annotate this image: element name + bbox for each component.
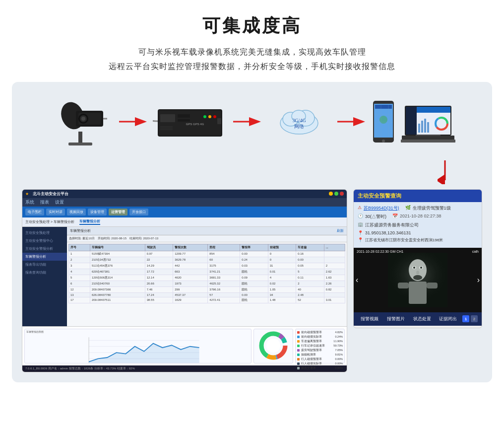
refresh-btn[interactable]: 刷新 [337, 228, 344, 233]
dvr-device: GPS GPS 4G [153, 99, 227, 144]
svg-rect-49 [418, 124, 420, 133]
nav-ops-mgmt[interactable]: 运营管理 [109, 209, 127, 215]
table-row[interactable]: 3 511论454恩376 14.29 442 3175 0.03 31 0.0… [69, 263, 345, 269]
menu-settings[interactable]: 设置 [55, 199, 64, 206]
col-mileage: 里程 [208, 244, 240, 251]
donut-chart [253, 329, 293, 363]
alert-vehicle-id[interactable]: 苏B99954D(31号) [364, 205, 399, 212]
camera-channel: cath [472, 250, 479, 253]
nav-intercom[interactable]: 实时对讲 [46, 209, 65, 215]
col-more: ... [324, 244, 345, 251]
menu-report[interactable]: 报表 [40, 199, 49, 206]
table-row[interactable]: 6 210论540760 20.66 1973 4625.32 圆轮 0.02 … [69, 281, 345, 287]
sidebar-alert-preprocess[interactable]: 主动安全预处理 [22, 229, 67, 237]
nav-video-replay[interactable]: 视频回放 [67, 209, 86, 215]
legend-ped-actual: 行人碰撞实际率 0.00% [297, 362, 343, 365]
svg-point-17 [208, 115, 211, 118]
table-row[interactable]: 5 129论506恩314 12.14 4620 3691.33 0.09 4 … [69, 275, 345, 281]
line-chart-title: 车辆警报趋势图 [25, 329, 251, 334]
nav-device-mgmt[interactable]: 设备管理 [88, 209, 107, 215]
arrow-down-icon [438, 159, 452, 184]
legend-dot-ped-actual [297, 362, 300, 365]
dash-nav-bar: 电子围栏 实时对讲 视频回放 设备管理 运营管理 开放接口 [22, 207, 347, 217]
legend-fcw: 前向碰撞预警率 4.82% [297, 331, 343, 334]
table-row[interactable]: 4 629论467381 17.72 663 3741.21 圆轮 0.01 5 [69, 269, 345, 275]
dvr-icon: GPS GPS 4G [153, 99, 227, 144]
legend-label-fcw-actual: 前向碰撞实际率 [301, 335, 322, 339]
nav-electronic-fence[interactable]: 电子围栏 [25, 209, 44, 215]
svg-rect-47 [417, 107, 450, 113]
svg-text:网络: 网络 [294, 124, 304, 129]
legend-ldw: 车道偏离预警率 11.90% [297, 340, 343, 343]
table-row[interactable]: 1 5155赋47394 0.97 1209.77 854 0.00 0 0.1… [69, 251, 345, 257]
svg-rect-58 [401, 140, 455, 143]
alert-time-row: 🕐 30(△警时) 📅 2021-10-28 02:27:38 [358, 214, 478, 220]
dash-menu-bar: 系统 报表 设置 [22, 198, 347, 207]
dash-alert-table: 序号 车辆编号 驾驶员 警报次数 里程 警报率 前碰预 车道偏 ... [68, 244, 345, 303]
table-row[interactable]: 17 209.08407511 38.55 1629 4272.41 圆轮 1.… [69, 297, 345, 303]
legend-speed: 行车记录仪超速率 59.73% [297, 344, 343, 348]
table-row[interactable]: 2 210论34恩732 22 3629.78 60 0.24 0 0.00 [69, 257, 345, 263]
legend-dot-ped [297, 358, 300, 360]
arrow-down-container [22, 159, 482, 184]
legend-dot-traffic [297, 367, 300, 369]
dash-content-header: 车辆警报分析 刷新 [67, 227, 347, 235]
legend-dot-fcw [297, 331, 300, 334]
svg-point-38 [379, 116, 387, 124]
sidebar-alert-analysis[interactable]: 主动安全警报分析 [22, 245, 67, 253]
legend-value-ped-actual: 0.00% [335, 362, 343, 365]
screenshots-row: ★ 北斗主动安全云平台 系统 报表 设置 电子围栏 [22, 189, 482, 372]
svg-rect-0 [78, 132, 82, 144]
table-row[interactable]: 12 209.08407366 7.46 299 3796.16 圆轮 1.05… [69, 287, 345, 292]
page-2-btn[interactable]: 2 [471, 315, 478, 322]
toolbar-active-tab[interactable]: 车辆警报分析 [79, 219, 100, 225]
svg-rect-13 [160, 114, 175, 122]
alert-video-btn[interactable]: 报警视频 [358, 315, 381, 323]
legend-label-smoke: 抽烟检测率 [301, 353, 316, 357]
legend-dot-smoke [297, 354, 300, 356]
dash-toolbar: 主动安全预处理 > 车辆警报分析 车辆警报分析 [22, 217, 347, 227]
col-fcw: 前碰预 [268, 244, 296, 251]
filter-row: 选择时段: 最近10月 开始时间: 2020-08-15 结束时间: 2020-… [67, 235, 347, 242]
menu-system[interactable]: 系统 [25, 199, 34, 206]
legend-value-fcw-actual: 0.24% [335, 335, 343, 338]
sidebar-report-query[interactable]: 报表查询功能 [22, 269, 67, 277]
svg-rect-57 [416, 135, 441, 136]
table-row[interactable]: 13 626.08407780 17.24 4537.37 57 0.00 34… [69, 292, 345, 297]
col-vehicle: 车辆编号 [90, 244, 145, 251]
alert-image-btn[interactable]: 报警图片 [384, 315, 408, 323]
nav-open-api[interactable]: 开放接口 [129, 209, 148, 215]
return-exit-btn[interactable]: 证据闭出 [436, 315, 460, 323]
dashboard-screenshot[interactable]: ★ 北斗主动安全云平台 系统 报表 设置 电子围栏 [22, 189, 347, 372]
svg-rect-86 [388, 253, 447, 307]
sidebar-report-export[interactable]: 报表导出功能 [22, 261, 67, 269]
camera-prev-button[interactable]: ‹ [356, 276, 358, 285]
alert-type-label: 🌿 [405, 205, 411, 210]
legend-value-fatigue: 7.05% [335, 349, 343, 352]
svg-rect-20 [217, 118, 221, 124]
dash-main-content: 车辆警报分析 刷新 选择时段: 最近10月 开始时间: 2020-08-15 结… [67, 227, 347, 326]
svg-point-73 [266, 339, 280, 353]
dash-main-body: 主动安全预处理 主动安全警报中心 主动安全警报分析 车辆警报分析 报表导出功能 … [22, 227, 347, 326]
subtitle: 可与米乐视车载录像机系统完美无缝集成，实现高效车队管理 远程云平台实时监控管理报… [0, 45, 504, 74]
toolbar-breadcrumb: 主动安全预处理 > 车辆警报分析 [25, 219, 74, 224]
sidebar-alert-center[interactable]: 主动安全警报中心 [22, 237, 67, 245]
legend-label-ped-actual: 行人碰撞实际率 [301, 362, 322, 365]
dash-title: 北斗主动安全云平台 [33, 191, 68, 197]
svg-text:3G/4G: 3G/4G [292, 118, 306, 123]
svg-point-7 [81, 117, 85, 121]
page-1-btn[interactable]: 1 [462, 315, 469, 322]
dash-header: ★ 北斗主动安全云平台 [22, 190, 347, 198]
legend-traffic: 紧急交通率 0.00% [297, 366, 343, 370]
alert-icon-location: 📍 [358, 230, 363, 235]
alert-panel: 主动安全预警查询 ⚠ 苏B99954D(31号) 🌿 生理疲劳驾预警1级 🕐 3… [353, 189, 482, 328]
sidebar-vehicle-alert[interactable]: 车辆警报分析 [22, 253, 67, 261]
camera-next-button[interactable]: › [477, 276, 480, 285]
subtitle-line2: 远程云平台实时监控管理报警数据，并分析安全等级，手机实时接收报警信息 [0, 60, 504, 74]
alert-icon-address: 📍 [358, 237, 363, 242]
status-action-btn[interactable]: 状态处置 [410, 315, 434, 323]
svg-point-18 [213, 115, 216, 118]
legend-ped: 行人碰撞预警率 0.00% [297, 358, 343, 361]
page-container: 可集成度高 可与米乐视车载录像机系统完美无缝集成，实现高效车队管理 远程云平台实… [0, 0, 504, 430]
legend-dot-ldw [297, 340, 300, 343]
